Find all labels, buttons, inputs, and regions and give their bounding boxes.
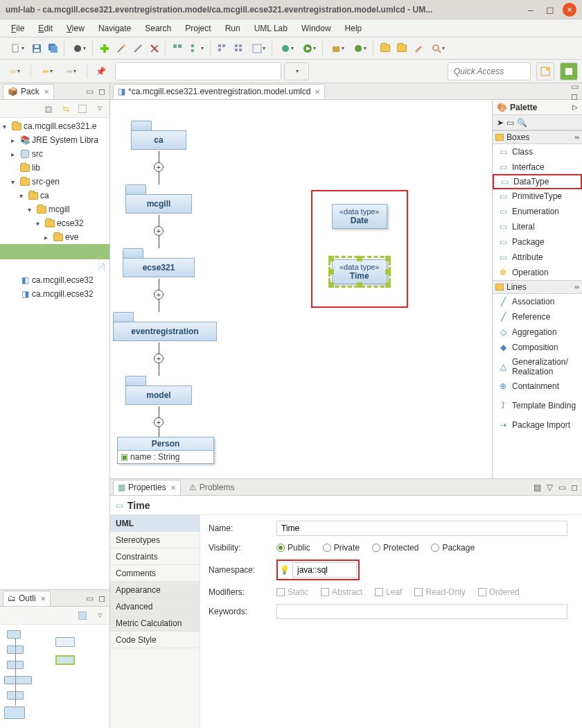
uml-package-ecse321[interactable]: ecse321 <box>123 248 195 277</box>
palette-item-enumeration[interactable]: ▭Enumeration <box>493 204 582 219</box>
uml-package-mcgill[interactable]: mcgill <box>125 184 192 214</box>
maximize-props-button[interactable]: ◻ <box>570 483 579 492</box>
modifier-readonly[interactable]: Read-Only <box>414 587 465 597</box>
modifier-abstract[interactable]: Abstract <box>321 587 362 597</box>
name-field[interactable] <box>276 521 567 536</box>
menu-window[interactable]: Window <box>294 21 338 35</box>
link-editor-button[interactable]: ⇆ <box>60 103 72 115</box>
mode-button[interactable]: ▾ <box>69 41 89 56</box>
uml-datatype-time[interactable]: «data type» Time <box>332 259 387 284</box>
visibility-private[interactable]: Private <box>323 543 360 553</box>
tree-file1[interactable]: ◧ca.mcgill.ecse32 <box>0 273 109 287</box>
window-close-button[interactable]: × <box>563 3 576 17</box>
palette-item-package[interactable]: ▭Package <box>493 234 582 250</box>
visibility-package[interactable]: Package <box>431 543 475 553</box>
window-minimize-button[interactable]: – <box>524 3 538 17</box>
props-cat-metric[interactable]: Metric Calculation <box>110 615 200 632</box>
search-button[interactable]: ▾ <box>427 41 448 56</box>
new-class-button[interactable]: ▾ <box>349 41 370 56</box>
tree-ca[interactable]: ▾ca <box>0 189 109 202</box>
uml-class-person[interactable]: Person ▣ name : String <box>117 437 214 464</box>
props-cat-constraints[interactable]: Constraints <box>110 548 200 565</box>
menu-navigate[interactable]: Navigate <box>91 21 138 35</box>
run-button[interactable]: ▾ <box>299 41 319 56</box>
properties-tab[interactable]: ▦ Properties ✕ <box>113 480 181 495</box>
palette-lines-header[interactable]: Lines∞ <box>493 280 582 294</box>
menu-run[interactable]: Run <box>218 21 247 35</box>
props-menu-button[interactable]: ▽ <box>545 483 554 492</box>
marquee-tool[interactable]: ▭ <box>506 115 514 130</box>
visibility-public[interactable]: Public <box>276 543 310 553</box>
props-toggle-button[interactable]: ▤ <box>532 483 542 492</box>
outline-tab[interactable]: 🗂 Outli ✕ <box>3 591 51 606</box>
breadcrumb-dropdown[interactable]: ▾ <box>284 62 309 80</box>
menu-edit[interactable]: Edit <box>31 21 60 35</box>
namespace-field[interactable] <box>292 562 357 578</box>
zoom-tool[interactable]: 🔍 <box>517 115 527 130</box>
maximize-outline-button[interactable]: ◻ <box>97 593 107 603</box>
palette-item-operation[interactable]: ✽Operation <box>493 265 582 280</box>
palette-item-interface[interactable]: ▭Interface <box>493 159 582 175</box>
focus-button[interactable] <box>76 103 89 115</box>
uml-package-model[interactable]: model <box>125 376 192 405</box>
props-cat-codestyle[interactable]: Code Style <box>110 632 200 648</box>
palette-item-datatype[interactable]: ▭DataType <box>493 174 582 189</box>
props-cat-comments[interactable]: Comments <box>110 565 200 582</box>
breadcrumb-input[interactable] <box>115 62 281 80</box>
package-tree[interactable]: ▾ca.mcgill.ecse321.e ▸📚JRE System Libra … <box>0 118 109 589</box>
close-icon[interactable]: ✕ <box>44 88 49 96</box>
wand-off-button[interactable] <box>147 41 162 56</box>
view-menu-button[interactable]: ▽ <box>93 103 105 115</box>
uml-package-eventregistration[interactable]: eventregistration <box>113 312 217 341</box>
select-tool[interactable]: ➤ <box>497 115 504 130</box>
collapse-all-button[interactable] <box>43 103 55 115</box>
align1-button[interactable] <box>170 41 185 56</box>
tree-mcgill[interactable]: ▾mcgill <box>0 202 109 216</box>
close-icon[interactable]: ✕ <box>315 88 320 96</box>
tree-lib[interactable]: lib <box>0 161 109 175</box>
menu-project[interactable]: Project <box>178 21 218 35</box>
window-maximize-button[interactable]: ◻ <box>543 3 557 17</box>
new-pkg-button[interactable]: ▾ <box>327 41 348 56</box>
maximize-view-button[interactable]: ◻ <box>97 87 107 96</box>
grid2-button[interactable] <box>231 41 247 56</box>
minimize-outline-button[interactable]: ▭ <box>85 593 94 603</box>
nav-back-button[interactable]: ⬅▾ <box>37 64 58 79</box>
debug-button[interactable]: ▾ <box>276 41 297 56</box>
props-cat-advanced[interactable]: Advanced <box>110 598 200 615</box>
close-icon[interactable]: ✕ <box>170 484 176 492</box>
minimize-editor-button[interactable]: ▭ <box>570 82 579 92</box>
menu-file[interactable]: File <box>4 21 31 35</box>
palette-item-generalization[interactable]: △Generalization/ Realization <box>493 355 582 379</box>
new-button[interactable]: ▾ <box>7 41 28 56</box>
palette-boxes-header[interactable]: Boxes∞ <box>493 130 582 144</box>
tree-src[interactable]: ▸src <box>0 147 109 161</box>
palette-item-aggregation[interactable]: ◇Aggregation <box>493 324 582 340</box>
visibility-protected[interactable]: Protected <box>372 543 418 553</box>
uml-package-ca[interactable]: ca <box>131 121 186 150</box>
wand2-button[interactable] <box>130 41 146 56</box>
save-all-button[interactable] <box>46 41 61 56</box>
tree-eve[interactable]: ▸eve <box>0 230 109 244</box>
modifier-leaf[interactable]: Leaf <box>375 587 402 597</box>
add-plus-button[interactable] <box>97 41 112 56</box>
tree-selected-blank[interactable] <box>0 244 109 259</box>
palette-item-packageimport[interactable]: ⇢Package Import <box>493 417 582 433</box>
outline-menu-button[interactable]: ▽ <box>93 609 105 622</box>
editor-canvas[interactable]: ca + mcgill + ecse321 + eventregistratio… <box>110 100 582 478</box>
tree-file2[interactable]: ◨ca.mcgill.ecse32 <box>0 287 109 301</box>
palette-item-containment[interactable]: ⊕Containment <box>493 379 582 394</box>
quick-access-input[interactable] <box>448 62 531 80</box>
pin-button[interactable]: 📌 <box>93 64 108 79</box>
nav-fwd-button[interactable]: ➡▾ <box>60 64 81 79</box>
menu-help[interactable]: Help <box>338 21 369 35</box>
tree-ecse32[interactable]: ▾ecse32 <box>0 216 109 230</box>
wand-button[interactable] <box>114 41 129 56</box>
quick-access[interactable] <box>448 62 531 80</box>
keywords-field[interactable] <box>276 604 567 619</box>
modifier-ordered[interactable]: Ordered <box>478 587 520 597</box>
palette-item-association[interactable]: ╱Association <box>493 294 582 309</box>
close-icon[interactable]: ✕ <box>40 595 46 603</box>
minimize-view-button[interactable]: ▭ <box>85 87 94 96</box>
props-cat-stereotypes[interactable]: Stereotypes <box>110 532 200 548</box>
